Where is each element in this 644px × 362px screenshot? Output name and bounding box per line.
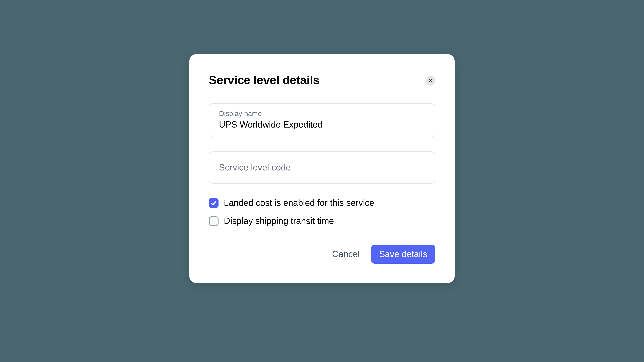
modal-title: Service level details: [209, 73, 320, 87]
close-icon: [429, 79, 432, 82]
service-code-field-group[interactable]: Service level code: [209, 151, 435, 184]
landed-cost-label: Landed cost is enabled for this service: [224, 198, 374, 208]
display-name-field-group[interactable]: Display name: [209, 103, 435, 137]
save-button[interactable]: Save details: [371, 245, 435, 264]
display-name-input[interactable]: [219, 119, 425, 130]
cancel-button[interactable]: Cancel: [332, 245, 360, 264]
check-icon: [211, 201, 216, 205]
service-code-label: Service level code: [219, 162, 291, 172]
landed-cost-checkbox[interactable]: [209, 198, 218, 208]
checkbox-section: Landed cost is enabled for this service …: [209, 198, 435, 226]
transit-time-row: Display shipping transit time: [209, 216, 435, 226]
close-button[interactable]: [426, 76, 435, 85]
service-level-modal: Service level details Display name Servi…: [189, 54, 455, 283]
transit-time-checkbox[interactable]: [209, 216, 218, 226]
landed-cost-row: Landed cost is enabled for this service: [209, 198, 435, 208]
button-row: Cancel Save details: [209, 245, 435, 264]
display-name-label: Display name: [219, 110, 425, 118]
modal-header: Service level details: [209, 73, 435, 87]
transit-time-label: Display shipping transit time: [224, 216, 334, 226]
